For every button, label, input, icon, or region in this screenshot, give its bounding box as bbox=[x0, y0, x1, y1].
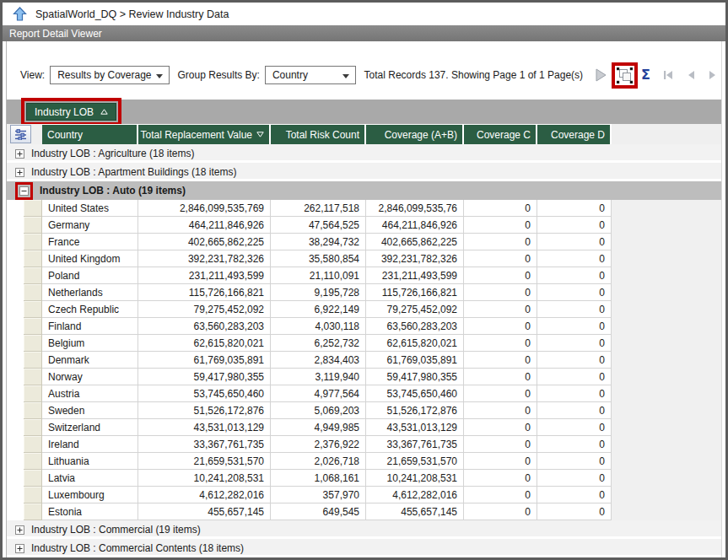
expand-icon[interactable] bbox=[15, 525, 24, 535]
cell-coverage-ab: 79,275,452,092 bbox=[366, 301, 464, 318]
cell-coverage-ab: 61,769,035,891 bbox=[366, 352, 464, 369]
row-selector[interactable] bbox=[24, 453, 42, 470]
row-indent bbox=[7, 487, 24, 503]
row-filler bbox=[612, 470, 721, 487]
cell-country: Estonia bbox=[42, 503, 138, 520]
column-header-coverage-d[interactable]: Coverage D bbox=[537, 124, 612, 144]
row-selector[interactable] bbox=[24, 250, 42, 267]
group-label: Industry LOB : Commercial (19 items) bbox=[31, 524, 201, 536]
row-selector[interactable] bbox=[24, 503, 42, 520]
group-row-agriculture[interactable]: Industry LOB : Agriculture (18 items) bbox=[7, 144, 721, 163]
row-indent bbox=[7, 385, 24, 402]
previous-page-icon[interactable] bbox=[686, 69, 696, 81]
row-selector[interactable] bbox=[24, 284, 42, 301]
up-arrow-icon[interactable] bbox=[13, 7, 27, 22]
row-indent bbox=[7, 284, 24, 301]
cell-country: Denmark bbox=[42, 352, 138, 369]
row-selector[interactable] bbox=[24, 200, 42, 217]
row-selector[interactable] bbox=[24, 402, 42, 419]
row-filler bbox=[612, 250, 721, 267]
group-results-by-label: Group Results By: bbox=[178, 66, 260, 84]
row-filler bbox=[612, 318, 721, 335]
cell-coverage-c: 0 bbox=[464, 301, 537, 318]
cell-coverage-ab: 62,615,820,021 bbox=[366, 335, 464, 352]
cell-coverage-ab: 53,745,650,460 bbox=[366, 385, 464, 402]
sigma-summary-icon[interactable]: Σ bbox=[641, 68, 650, 82]
row-selector[interactable] bbox=[24, 352, 42, 369]
cell-coverage-d: 0 bbox=[537, 453, 612, 470]
row-filler bbox=[612, 267, 721, 284]
group-row-commercial-contents[interactable]: Industry LOB : Commercial Contents (18 i… bbox=[7, 539, 721, 557]
row-selector[interactable] bbox=[24, 385, 42, 402]
column-header-total-risk-count[interactable]: Total Risk Count bbox=[271, 124, 366, 144]
cell-coverage-c: 0 bbox=[464, 402, 537, 419]
group-row-apartment-buildings[interactable]: Industry LOB : Apartment Buildings (18 i… bbox=[7, 163, 721, 181]
cell-coverage-c: 0 bbox=[464, 267, 537, 284]
cell-total-replacement-value: 43,531,013,129 bbox=[138, 419, 271, 436]
row-filler bbox=[612, 402, 721, 419]
table-row: Czech Republic 79,275,452,092 6,922,149 … bbox=[7, 301, 721, 318]
row-indent bbox=[7, 419, 24, 436]
cell-country: Finland bbox=[42, 318, 138, 335]
industry-lob-group-button[interactable]: Industry LOB bbox=[26, 103, 116, 121]
row-selector[interactable] bbox=[24, 267, 42, 284]
chevron-down-icon bbox=[342, 74, 349, 78]
group-label: Industry LOB : Agriculture (18 items) bbox=[31, 148, 194, 159]
cell-coverage-d: 0 bbox=[537, 200, 612, 217]
report-panel: View: Results by Coverage Group Results … bbox=[6, 41, 722, 557]
cell-coverage-ab: 402,665,862,225 bbox=[366, 234, 464, 250]
breadcrumb[interactable]: SpatialWorld_DQ > Review Industry Data bbox=[35, 8, 229, 20]
cell-coverage-c: 0 bbox=[464, 200, 537, 217]
cell-total-risk-count: 38,294,732 bbox=[271, 234, 366, 250]
expand-icon[interactable] bbox=[15, 168, 24, 177]
collapse-icon[interactable] bbox=[19, 186, 29, 196]
row-selector[interactable] bbox=[24, 335, 42, 352]
row-filler bbox=[612, 335, 721, 352]
cell-total-risk-count: 6,252,732 bbox=[271, 335, 366, 352]
row-selector[interactable] bbox=[24, 234, 42, 250]
group-results-by-dropdown[interactable]: Country bbox=[265, 66, 356, 84]
view-dropdown[interactable]: Results by Coverage bbox=[50, 66, 169, 84]
row-filler bbox=[612, 234, 721, 250]
cell-country: Poland bbox=[42, 267, 138, 284]
cell-total-risk-count: 2,376,922 bbox=[271, 436, 366, 453]
cell-coverage-d: 0 bbox=[537, 250, 612, 267]
annotation-highlight-collapse-icon bbox=[15, 182, 33, 200]
group-row-auto-expanded[interactable]: Industry LOB : Auto (19 items) bbox=[7, 181, 721, 200]
row-selector[interactable] bbox=[24, 436, 42, 453]
row-selector[interactable] bbox=[24, 419, 42, 436]
cell-coverage-c: 0 bbox=[464, 352, 537, 369]
expand-icon[interactable] bbox=[15, 544, 24, 553]
field-chooser-icon[interactable] bbox=[10, 125, 31, 143]
cell-total-replacement-value: 62,615,820,021 bbox=[138, 335, 271, 352]
next-page-icon[interactable] bbox=[708, 69, 718, 81]
cell-coverage-c: 0 bbox=[464, 284, 537, 301]
group-row-commercial[interactable]: Industry LOB : Commercial (19 items) bbox=[7, 520, 721, 539]
column-header-total-replacement-value[interactable]: Total Replacement Value bbox=[138, 124, 271, 144]
column-header-coverage-ab[interactable]: Coverage (A+B) bbox=[366, 124, 464, 144]
table-row: Finland 63,560,283,203 4,030,118 63,560,… bbox=[7, 318, 721, 335]
row-filler bbox=[612, 200, 721, 217]
group-selection-icon[interactable] bbox=[617, 67, 633, 83]
cell-coverage-c: 0 bbox=[464, 470, 537, 487]
row-selector[interactable] bbox=[24, 301, 42, 318]
row-selector[interactable] bbox=[24, 470, 42, 487]
column-header-country[interactable]: Country bbox=[42, 124, 138, 144]
row-selector[interactable] bbox=[24, 217, 42, 234]
cell-country: Switzerland bbox=[42, 419, 138, 436]
view-dropdown-value: Results by Coverage bbox=[57, 69, 151, 81]
expand-icon[interactable] bbox=[15, 149, 24, 159]
column-header-coverage-c[interactable]: Coverage C bbox=[464, 124, 537, 144]
table-row: Ireland 33,367,761,735 2,376,922 33,367,… bbox=[7, 436, 721, 453]
row-selector[interactable] bbox=[24, 369, 42, 385]
cell-total-replacement-value: 392,231,782,326 bbox=[138, 250, 271, 267]
row-selector[interactable] bbox=[24, 318, 42, 335]
row-filler bbox=[612, 369, 721, 385]
group-button-label: Industry LOB bbox=[35, 106, 94, 118]
row-selector[interactable] bbox=[24, 487, 42, 503]
cell-country: Luxembourg bbox=[42, 487, 138, 503]
row-indent bbox=[7, 453, 24, 470]
first-page-icon[interactable] bbox=[662, 69, 674, 81]
run-filter-icon[interactable] bbox=[595, 67, 608, 83]
cell-coverage-ab: 59,417,980,355 bbox=[366, 369, 464, 385]
